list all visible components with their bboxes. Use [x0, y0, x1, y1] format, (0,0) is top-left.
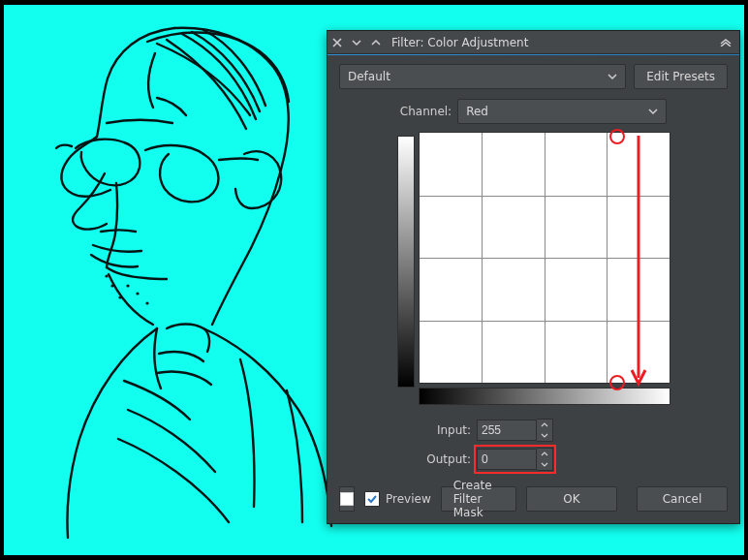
channel-select[interactable]: Red	[457, 99, 667, 124]
square-icon	[340, 492, 354, 506]
illustration	[12, 5, 341, 545]
collapse-icon[interactable]	[712, 36, 739, 49]
output-label: Output:	[422, 452, 471, 466]
chevron-down-icon[interactable]	[347, 31, 366, 53]
cancel-button[interactable]: Cancel	[637, 486, 728, 512]
annotation-handle-top	[609, 129, 625, 144]
svg-point-3	[118, 296, 121, 298]
annotation-arrow	[630, 134, 647, 389]
input-field[interactable]	[477, 420, 537, 441]
svg-point-2	[145, 301, 148, 304]
annotation-handle-bottom	[609, 375, 625, 390]
close-icon[interactable]	[327, 31, 347, 53]
step-down-icon	[537, 459, 552, 470]
check-icon	[367, 494, 377, 504]
input-spinner[interactable]	[477, 419, 553, 442]
channel-value: Red	[466, 105, 488, 118]
ok-button[interactable]: OK	[526, 486, 617, 512]
chevron-up-icon[interactable]	[366, 31, 386, 53]
channel-label: Channel:	[400, 105, 452, 118]
preset-value: Default	[348, 70, 390, 83]
step-up-icon	[537, 449, 552, 459]
input-label: Input:	[422, 423, 471, 437]
swatch-button[interactable]	[339, 486, 355, 512]
title-accent	[327, 54, 739, 55]
preview-checkbox[interactable]: Preview	[364, 491, 431, 507]
filter-dialog: Filter: Color Adjustment Default Edit Pr…	[327, 30, 740, 524]
input-gradient	[419, 388, 670, 405]
chevron-down-icon	[608, 72, 617, 81]
step-up-icon	[537, 420, 552, 430]
output-gradient	[397, 136, 415, 388]
preview-label: Preview	[386, 492, 431, 506]
input-stepper[interactable]	[537, 419, 553, 442]
title-bar[interactable]: Filter: Color Adjustment	[327, 31, 739, 54]
dialog-title: Filter: Color Adjustment	[386, 36, 712, 49]
svg-point-0	[126, 284, 129, 287]
svg-point-5	[105, 274, 108, 277]
step-down-icon	[537, 430, 552, 441]
output-stepper[interactable]	[537, 448, 553, 471]
output-field[interactable]	[477, 449, 537, 470]
svg-point-1	[136, 292, 139, 295]
create-filter-mask-button[interactable]: Create Filter Mask	[441, 486, 516, 512]
chevron-down-icon	[648, 107, 658, 116]
svg-point-4	[110, 284, 113, 287]
edit-presets-button[interactable]: Edit Presets	[634, 64, 728, 89]
preset-select[interactable]: Default	[339, 64, 626, 89]
output-spinner[interactable]	[477, 448, 553, 471]
